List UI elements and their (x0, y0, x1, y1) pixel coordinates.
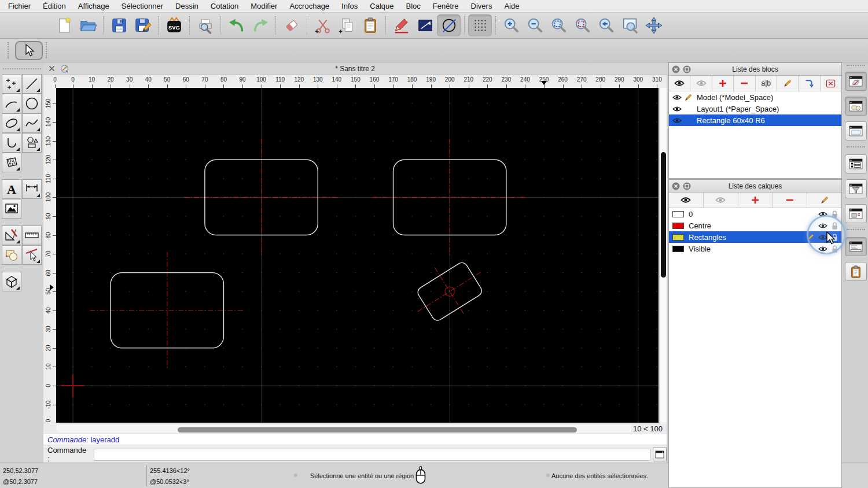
zoom-in-button[interactable] (499, 14, 523, 36)
dock-toggle-block-list[interactable] (845, 72, 867, 91)
zoom-out-button[interactable] (523, 14, 547, 36)
eye-icon[interactable] (818, 223, 827, 229)
block-row[interactable]: Rectangle 60x40 R6 (669, 114, 841, 126)
eye-icon[interactable] (672, 94, 682, 101)
command-dock-button[interactable] (653, 448, 667, 461)
delete-button[interactable] (279, 14, 303, 36)
ellipse-tool[interactable] (2, 113, 21, 133)
pencil-icon[interactable] (684, 93, 693, 102)
pen-edit-button[interactable] (389, 14, 413, 36)
lock-icon[interactable] (831, 245, 838, 253)
layer-row[interactable]: Centre (669, 220, 841, 231)
menu-calque[interactable]: Calque (370, 2, 393, 10)
dock-toggle-command-widget[interactable] (845, 237, 867, 256)
vertical-scrollbar-thumb[interactable] (661, 152, 666, 278)
zoom-auto-button[interactable] (547, 14, 571, 36)
menu-cotation[interactable]: Cotation (211, 2, 238, 10)
print-preview-button[interactable] (193, 14, 217, 36)
select-entity-tool[interactable] (22, 245, 42, 265)
block-row[interactable]: Model (*Model_Space) (669, 91, 841, 103)
open-document-button[interactable] (76, 14, 100, 36)
vertical-scrollbar[interactable] (659, 88, 667, 423)
zoom-window-button[interactable] (618, 14, 642, 36)
points-tool[interactable] (2, 74, 21, 94)
pencil-icon[interactable] (806, 233, 815, 242)
command-input[interactable] (94, 449, 650, 461)
polygon-tool[interactable] (22, 133, 42, 153)
block-rename-button[interactable]: a|b (756, 76, 777, 91)
undo-button[interactable] (225, 14, 248, 36)
spline-tool[interactable] (22, 113, 42, 133)
menu-divers[interactable]: Divers (471, 2, 492, 10)
hatch-tool[interactable] (2, 153, 21, 172)
arc-tool[interactable] (2, 94, 21, 113)
paste-button[interactable] (358, 14, 382, 36)
horizontal-scrollbar-track[interactable] (56, 424, 635, 432)
menu-dessin[interactable]: Dessin (175, 2, 198, 10)
dimension-tool[interactable] (22, 179, 42, 199)
close-panel-icon[interactable] (672, 65, 680, 73)
dock-toggle-entity-list[interactable] (845, 154, 867, 173)
layer-color-swatch[interactable] (672, 246, 684, 252)
close-panel-icon[interactable] (672, 182, 680, 190)
draft-mode-toggle[interactable] (437, 14, 461, 36)
menu-selectionner[interactable]: Sélectionner (122, 2, 163, 10)
block-hide-all-button[interactable] (690, 76, 712, 91)
layer-show-all-button[interactable] (669, 193, 704, 208)
solid-3d-tool[interactable] (2, 272, 21, 291)
select-tool-button[interactable] (15, 41, 43, 60)
close-document-icon[interactable] (48, 65, 56, 72)
block-edit-button[interactable] (777, 76, 799, 91)
lock-icon[interactable] (831, 233, 838, 242)
menu-accrochage[interactable]: Accrochage (289, 2, 329, 10)
order-tool[interactable] (2, 245, 21, 265)
text-tool[interactable]: A (2, 179, 21, 199)
drawing-canvas[interactable] (56, 88, 659, 423)
menu-fichier[interactable]: Fichier (8, 2, 31, 10)
block-remove-button[interactable] (734, 76, 755, 91)
layer-row[interactable]: 0 (669, 208, 841, 220)
new-document-button[interactable] (52, 14, 76, 36)
block-insert-button[interactable] (799, 76, 820, 91)
save-button[interactable] (107, 14, 131, 36)
drafting-tools-tool[interactable] (2, 225, 21, 245)
save-as-button[interactable] (131, 14, 155, 36)
float-panel-icon[interactable] (683, 182, 691, 190)
dock-toggle-filter[interactable] (845, 179, 867, 198)
layer-color-swatch[interactable] (672, 211, 684, 217)
menu-aide[interactable]: Aide (504, 2, 519, 10)
dock-toggle-properties[interactable] (845, 121, 867, 141)
export-svg-button[interactable]: SVG (162, 14, 186, 36)
line-tool[interactable] (22, 74, 42, 94)
block-row[interactable]: Layout1 (*Paper_Space) (669, 103, 841, 114)
cut-button[interactable] (311, 14, 334, 36)
menu-fenetre[interactable]: Fenêtre (433, 2, 459, 10)
eye-icon[interactable] (672, 106, 682, 112)
eye-icon[interactable] (818, 234, 827, 241)
menu-affichage[interactable]: Affichage (78, 2, 109, 10)
zoom-previous-button[interactable] (594, 14, 618, 36)
polyline-tool[interactable] (2, 133, 21, 153)
layer-edit-button[interactable] (807, 193, 841, 208)
eye-icon[interactable] (672, 117, 682, 124)
selection-pointer-button[interactable] (413, 14, 437, 36)
dock-toggle-library-browser[interactable] (845, 204, 867, 223)
zoom-selection-button[interactable] (571, 14, 594, 36)
image-tool[interactable] (2, 199, 21, 219)
circle-tool[interactable] (22, 94, 42, 113)
block-add-button[interactable] (712, 76, 734, 91)
grid-toggle[interactable] (468, 14, 492, 36)
lock-icon[interactable] (831, 221, 838, 230)
layer-color-swatch[interactable] (672, 234, 684, 241)
horizontal-scrollbar-thumb[interactable] (178, 427, 577, 432)
menu-modifier[interactable]: Modifier (251, 2, 277, 10)
menu-bloc[interactable]: Bloc (406, 2, 420, 10)
dock-toggle-clipboard[interactable] (845, 262, 867, 281)
layer-remove-button[interactable] (773, 193, 807, 208)
block-delete-button[interactable] (821, 76, 841, 91)
eye-icon[interactable] (818, 211, 827, 217)
layer-hide-all-button[interactable] (704, 193, 738, 208)
eye-icon[interactable] (818, 246, 827, 252)
copy-button[interactable] (334, 14, 358, 36)
layer-add-button[interactable] (738, 193, 773, 208)
